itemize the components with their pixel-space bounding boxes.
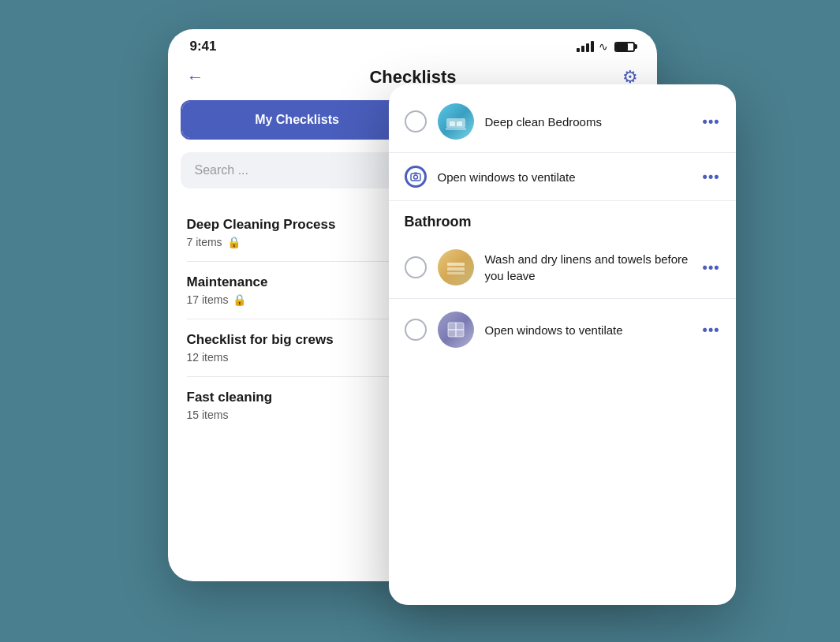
task-thumbnail-bathroom-window [438, 312, 474, 348]
tab-my-checklists[interactable]: My Checklists [182, 102, 413, 138]
task-thumbnail-towels [438, 249, 474, 286]
wifi-icon: ∿ [599, 40, 608, 53]
svg-rect-6 [447, 263, 465, 266]
task-thumbnail-bedroom [438, 103, 474, 140]
more-options-1[interactable]: ••• [703, 114, 720, 130]
lock-icon: 🔒 [233, 293, 246, 306]
svg-rect-7 [447, 267, 465, 271]
signal-icon [577, 41, 594, 52]
svg-rect-2 [457, 121, 462, 126]
svg-rect-8 [447, 272, 465, 274]
second-card: Deep clean Bedrooms ••• Open windows to … [389, 84, 736, 605]
lock-icon: 🔒 [227, 236, 241, 248]
task-text-1: Deep clean Bedrooms [485, 114, 692, 130]
task-checkbox-4[interactable] [405, 319, 427, 341]
task-text-3: Wash and dry linens and towels before yo… [485, 251, 692, 284]
svg-rect-3 [446, 128, 466, 130]
bathroom-thumb-svg [445, 319, 467, 341]
status-bar: 9:41 ∿ [168, 29, 657, 61]
task-checkbox-3[interactable] [405, 256, 427, 278]
task-list: Deep clean Bedrooms ••• Open windows to … [389, 84, 736, 367]
phone-container: 9:41 ∿ ← Checklists ⚙ [168, 29, 673, 613]
section-header-bathroom: Bathroom [389, 201, 736, 237]
task-row[interactable]: Wash and dry linens and towels before yo… [389, 237, 736, 299]
more-options-2[interactable]: ••• [703, 169, 720, 185]
search-placeholder: Search ... [195, 163, 248, 177]
battery-icon [614, 42, 635, 52]
more-options-4[interactable]: ••• [703, 322, 720, 338]
task-text-2: Open windows to ventilate [438, 169, 692, 185]
task-text-4: Open windows to ventilate [485, 322, 692, 338]
task-row[interactable]: Open windows to ventilate ••• [389, 153, 736, 201]
svg-point-5 [413, 175, 417, 179]
bedroom-thumb-svg [445, 110, 467, 133]
back-button[interactable]: ← [187, 67, 204, 88]
task-row[interactable]: Open windows to ventilate ••• [389, 299, 736, 360]
svg-rect-0 [446, 118, 465, 128]
status-time: 9:41 [190, 39, 217, 54]
status-icons: ∿ [577, 40, 635, 53]
towels-thumb-svg [445, 256, 467, 278]
camera-icon [410, 171, 421, 182]
task-checkbox-camera-2[interactable] [405, 166, 427, 188]
task-checkbox-1[interactable] [405, 110, 427, 133]
task-row[interactable]: Deep clean Bedrooms ••• [389, 91, 736, 153]
more-options-3[interactable]: ••• [703, 259, 720, 276]
svg-rect-1 [450, 121, 455, 126]
